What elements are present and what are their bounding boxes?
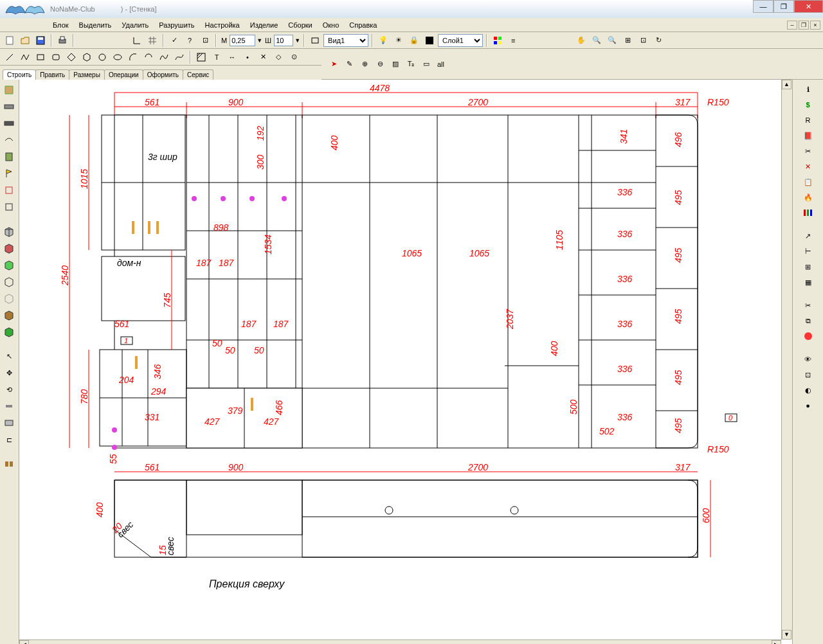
r-part-icon[interactable]: ▦ bbox=[801, 275, 815, 289]
menu-assembly[interactable]: Сборки bbox=[283, 20, 317, 30]
view-select[interactable]: Вид1 bbox=[323, 34, 368, 47]
minus-icon[interactable]: ⊖ bbox=[373, 57, 387, 71]
layers-icon[interactable]: ≡ bbox=[506, 33, 520, 48]
marker2-icon[interactable]: ? bbox=[183, 33, 197, 48]
hex-icon[interactable] bbox=[80, 50, 94, 64]
snap-icon[interactable]: ◇ bbox=[271, 50, 285, 64]
cursor-icon[interactable]: ↖ bbox=[1, 348, 17, 364]
maximize-button[interactable]: ❐ bbox=[773, 0, 794, 13]
axis-icon[interactable] bbox=[130, 33, 144, 48]
colorswatch-icon[interactable] bbox=[422, 33, 437, 48]
tab-dims[interactable]: Размеры bbox=[69, 69, 105, 80]
tab-format[interactable]: Оформить bbox=[143, 69, 183, 80]
open-icon[interactable] bbox=[18, 33, 32, 48]
bulb-icon[interactable]: 💡 bbox=[376, 33, 390, 48]
iso6-icon[interactable] bbox=[1, 307, 17, 323]
r-clone-icon[interactable]: ⧉ bbox=[801, 314, 815, 328]
flag-icon[interactable] bbox=[1, 166, 17, 181]
r-clip-icon[interactable]: 📋 bbox=[801, 175, 815, 189]
plus-icon[interactable]: ⊕ bbox=[357, 57, 372, 71]
box-icon[interactable] bbox=[1, 183, 17, 198]
pointer-icon[interactable]: ➤ bbox=[327, 57, 341, 71]
iso5-icon[interactable] bbox=[1, 291, 17, 306]
panel-icon[interactable] bbox=[1, 82, 17, 98]
colors-icon[interactable] bbox=[491, 33, 505, 48]
poly-icon[interactable] bbox=[64, 50, 78, 64]
r-book-icon[interactable]: 📕 bbox=[801, 129, 815, 143]
board2-icon[interactable] bbox=[1, 116, 17, 131]
zoomwin-icon[interactable]: ⊡ bbox=[636, 33, 650, 48]
r-ref-icon[interactable]: ↗ bbox=[801, 229, 815, 243]
t-icon[interactable]: T₂ bbox=[404, 57, 418, 71]
edge-icon[interactable]: ⊏ bbox=[1, 432, 17, 447]
r-x-icon[interactable]: ✕ bbox=[801, 159, 815, 174]
rect-shape-icon[interactable] bbox=[33, 50, 48, 64]
mdi-close[interactable]: × bbox=[810, 21, 820, 30]
r-render-icon[interactable]: ● bbox=[801, 398, 815, 413]
text-icon[interactable]: T bbox=[210, 50, 224, 64]
polyline-icon[interactable] bbox=[18, 50, 32, 64]
carc-icon[interactable] bbox=[141, 50, 156, 64]
scroll-left[interactable]: ◀ bbox=[19, 640, 29, 644]
save-icon[interactable] bbox=[33, 33, 48, 48]
plate-icon[interactable] bbox=[1, 415, 17, 431]
canvas-area[interactable]: 4478 561 900 2700 317 R150 3г шир bbox=[19, 80, 792, 644]
hand-icon[interactable]: ✋ bbox=[574, 33, 588, 48]
iso4-icon[interactable] bbox=[1, 274, 17, 289]
circle-icon[interactable] bbox=[95, 50, 109, 64]
hatch2-icon[interactable]: ▨ bbox=[388, 57, 402, 71]
extrude-icon[interactable] bbox=[1, 132, 17, 148]
move-icon[interactable]: ✥ bbox=[1, 365, 17, 380]
grid-icon[interactable] bbox=[145, 33, 159, 48]
r-cut-icon[interactable]: ✂ bbox=[801, 144, 815, 158]
line-icon[interactable] bbox=[3, 50, 17, 64]
drawing-canvas[interactable]: 4478 561 900 2700 317 R150 3г шир bbox=[19, 80, 792, 644]
snap2-icon[interactable]: ⊙ bbox=[287, 50, 301, 64]
layer-select[interactable]: Слой1 bbox=[438, 34, 483, 47]
r-r-icon[interactable]: R bbox=[801, 113, 815, 127]
zoomin-icon[interactable]: 🔍 bbox=[590, 33, 604, 48]
sun-icon[interactable]: ☀ bbox=[392, 33, 406, 48]
dim-icon[interactable]: ↔ bbox=[225, 50, 239, 64]
menu-window[interactable]: Окно bbox=[318, 20, 345, 30]
r-info-icon[interactable]: ℹ bbox=[801, 82, 815, 96]
new-icon[interactable] bbox=[3, 33, 17, 48]
bezier-icon[interactable] bbox=[172, 50, 186, 64]
minimize-button[interactable]: — bbox=[753, 0, 773, 13]
iso3-icon[interactable] bbox=[1, 257, 17, 273]
print-icon[interactable] bbox=[55, 33, 69, 48]
r-wire-icon[interactable]: ⊡ bbox=[801, 368, 815, 382]
iso2-icon[interactable] bbox=[1, 240, 17, 256]
hatch-icon[interactable] bbox=[194, 50, 208, 64]
r-dollar-icon[interactable]: $ bbox=[801, 98, 815, 112]
zoomfit-icon[interactable]: ⊞ bbox=[620, 33, 635, 48]
tab-ops[interactable]: Операции bbox=[104, 69, 143, 80]
marker3-icon[interactable]: ⊡ bbox=[198, 33, 212, 48]
tab-service[interactable]: Сервис bbox=[183, 69, 213, 80]
point-icon[interactable]: • bbox=[240, 50, 255, 64]
rect2-icon[interactable]: ▭ bbox=[419, 57, 433, 71]
close-button[interactable]: ✕ bbox=[794, 0, 823, 13]
thick-icon[interactable] bbox=[1, 398, 17, 414]
iso7-icon[interactable] bbox=[1, 324, 17, 339]
scroll-up[interactable]: ▲ bbox=[782, 80, 791, 89]
scroll-right[interactable]: ▶ bbox=[772, 640, 781, 644]
rot-icon[interactable]: ⟲ bbox=[1, 382, 17, 397]
iso1-icon[interactable] bbox=[1, 224, 17, 239]
r-bars-icon[interactable] bbox=[801, 206, 815, 220]
w-input[interactable] bbox=[274, 35, 293, 46]
mdi-minimize[interactable]: – bbox=[787, 21, 797, 30]
m-input[interactable] bbox=[230, 35, 255, 46]
mdi-restore[interactable]: ❐ bbox=[799, 21, 809, 30]
r-scissors-icon[interactable]: ✂ bbox=[801, 298, 815, 312]
lock-icon[interactable]: 🔒 bbox=[407, 33, 421, 48]
menu-product[interactable]: Изделие bbox=[245, 20, 284, 30]
menu-help[interactable]: Справка bbox=[344, 20, 382, 30]
zoomout-icon[interactable]: 🔍 bbox=[605, 33, 619, 48]
r-grid-icon[interactable]: ⊞ bbox=[801, 260, 815, 274]
rrect-icon[interactable] bbox=[49, 50, 63, 64]
cross-icon[interactable]: ✕ bbox=[256, 50, 270, 64]
menu-delete[interactable]: Удалить bbox=[116, 20, 154, 30]
r-fire-icon[interactable]: 🔥 bbox=[801, 190, 815, 204]
r-view-icon[interactable]: 👁 bbox=[801, 352, 815, 366]
